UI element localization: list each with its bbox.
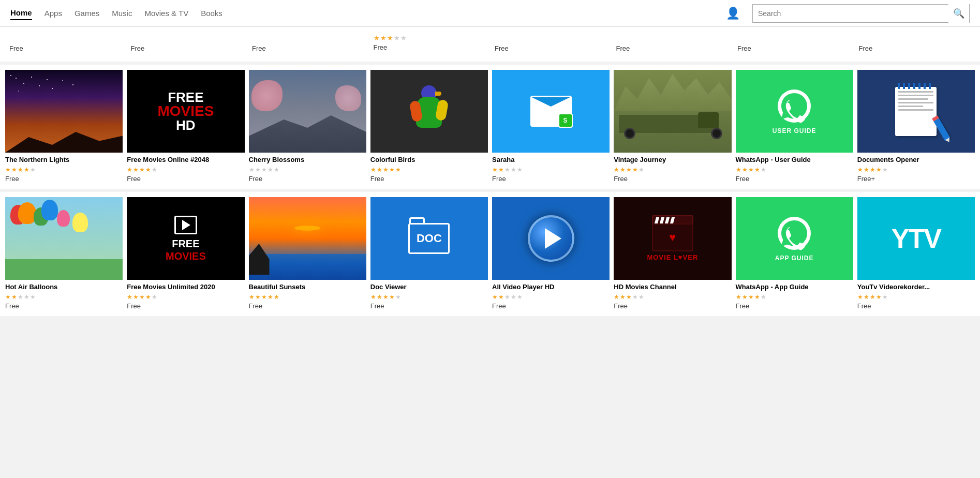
app-price-whatsapp-app: Free [736,302,853,310]
app-price-colorful-birds: Free [370,175,488,183]
app-name-cherry-blossoms: Cherry Blossoms [249,156,366,165]
app-price-documents-opener: Free+ [857,175,975,183]
app-card-youtv[interactable]: YTV YouTv Videorekorder... ★★★★★ Free [857,197,975,310]
nav-movies-tv[interactable]: Movies & TV [144,9,188,18]
top-cell-7: Free [733,31,854,55]
app-stars-saraha: ★★★★★ [492,166,610,173]
nav-home[interactable]: Home [10,6,32,20]
app-price-free-movies-1: Free [127,175,244,183]
app-name-doc-viewer: Doc Viewer [370,283,488,292]
app-price-doc-viewer: Free [370,302,488,310]
app-price-youtv: Free [857,302,975,310]
top-partial-row: Free Free Free ★ ★ ★ ★ ★ Free Free [0,27,980,62]
app-card-hot-air-balloons[interactable]: Hot Air Balloons ★★★★★ Free [5,197,123,310]
app-card-vintage-journey[interactable]: Vintage Journey ★★★★★ Free [614,70,731,183]
app-price-beautiful-sunsets: Free [249,302,366,310]
top-cell-6: Free [612,31,733,55]
app-name-colorful-birds: Colorful Birds [370,156,488,165]
stars-4: ★ ★ ★ ★ ★ [374,34,486,42]
app-price-whatsapp-user: Free [736,175,853,183]
app-price-saraha: Free [492,175,610,183]
nav-books[interactable]: Books [201,9,222,18]
stars-3 [252,34,364,42]
app-stars-whatsapp-user: ★★★★★ [736,166,853,173]
top-cell-2: Free [127,31,247,55]
app-price-vintage-journey: Free [614,175,731,183]
app-card-whatsapp-app[interactable]: APP GUIDE WhatsApp - App Guide ★★★★★ Fre… [736,197,853,310]
app-name-vintage-journey: Vintage Journey [614,156,731,165]
top-cell-1: Free [5,31,126,55]
search-box: 🔍 [752,4,970,23]
app-stars-vintage-journey: ★★★★★ [614,166,731,173]
app-stars-all-video-player: ★★★★★ [492,293,610,301]
app-card-cherry-blossoms[interactable]: Cherry Blossoms ★★★★★ Free [249,70,366,183]
search-input[interactable] [753,9,948,18]
app-stars-colorful-birds: ★★★★★ [370,166,488,173]
app-card-free-movies-2[interactable]: FREE MOVIES Free Movies Unlimited 2020 ★… [127,197,244,310]
app-card-hd-movies[interactable]: ♥ MOVIE L♥VER HD Movies Channel ★★★★★ Fr… [614,197,731,310]
app-price-hot-air-balloons: Free [5,302,123,310]
price-7: Free [737,44,850,52]
app-card-free-movies-1[interactable]: FREE MOVIES HD Free Movies Online #2048 … [127,70,244,183]
app-stars-northern-lights: ★★★★★ [5,166,123,173]
nav-apps[interactable]: Apps [44,9,62,18]
app-stars-hot-air-balloons: ★★★★★ [5,293,123,301]
app-price-free-movies-2: Free [127,302,244,310]
stars-2 [131,34,243,42]
nav-music[interactable]: Music [112,9,132,18]
whatsapp-logo-icon [776,88,812,124]
app-name-free-movies-1: Free Movies Online #2048 [127,156,244,165]
app-stars-free-movies-1: ★★★★★ [127,166,244,173]
app-stars-free-movies-2: ★★★★★ [127,293,244,301]
price-1: Free [9,44,122,52]
price-5: Free [495,44,607,52]
price-4: Free [374,43,486,51]
top-cell-3: Free [248,31,368,55]
app-price-northern-lights: Free [5,175,123,183]
app-price-hd-movies: Free [614,302,731,310]
app-name-all-video-player: All Video Player HD [492,283,610,292]
price-8: Free [859,44,971,52]
app-card-documents-opener[interactable]: Documents Opener ★★★★★ Free+ [857,70,975,183]
app-name-northern-lights: The Northern Lights [5,156,123,165]
app-row-2: Hot Air Balloons ★★★★★ Free FREE MOVIES … [0,192,980,316]
stars-1 [9,34,122,42]
search-button[interactable]: 🔍 [948,4,969,23]
app-card-northern-lights[interactable]: The Northern Lights ★★★★★ Free [5,70,123,183]
price-3: Free [252,44,364,52]
app-stars-hd-movies: ★★★★★ [614,293,731,301]
app-row-1: The Northern Lights ★★★★★ Free FREE MOVI… [0,65,980,189]
app-name-youtv: YouTv Videorekorder... [857,283,975,292]
app-name-documents-opener: Documents Opener [857,156,975,165]
app-card-beautiful-sunsets[interactable]: Beautiful Sunsets ★★★★★ Free [249,197,366,310]
app-card-doc-viewer[interactable]: DOC Doc Viewer ★★★★★ Free [370,197,488,310]
top-cell-8: Free [855,31,975,55]
price-2: Free [131,44,243,52]
app-name-hot-air-balloons: Hot Air Balloons [5,283,123,292]
nav-games[interactable]: Games [75,9,99,18]
app-card-all-video-player[interactable]: All Video Player HD ★★★★★ Free [492,197,610,310]
app-card-saraha[interactable]: S Saraha ★★★★★ Free [492,70,610,183]
app-stars-documents-opener: ★★★★★ [857,166,975,173]
app-price-cherry-blossoms: Free [249,175,366,183]
app-card-whatsapp-user[interactable]: USER GUIDE WhatsApp - User Guide ★★★★★ F… [736,70,853,183]
app-price-all-video-player: Free [492,302,610,310]
whatsapp-app-logo-icon [776,215,812,251]
user-icon[interactable]: 👤 [726,7,740,20]
top-cell-4: ★ ★ ★ ★ ★ Free [369,31,490,55]
top-cell-5: Free [491,31,611,55]
app-stars-cherry-blossoms: ★★★★★ [249,166,366,173]
app-card-colorful-birds[interactable]: Colorful Birds ★★★★★ Free [370,70,488,183]
app-name-beautiful-sunsets: Beautiful Sunsets [249,283,366,292]
app-stars-whatsapp-app: ★★★★★ [736,293,853,301]
app-stars-doc-viewer: ★★★★★ [370,293,488,301]
app-stars-youtv: ★★★★★ [857,293,975,301]
app-name-whatsapp-user: WhatsApp - User Guide [736,156,853,165]
app-name-hd-movies: HD Movies Channel [614,283,731,292]
app-name-free-movies-2: Free Movies Unlimited 2020 [127,283,244,292]
price-6: Free [616,44,729,52]
top-nav: Home Apps Games Music Movies & TV Books … [0,0,980,27]
app-name-saraha: Saraha [492,156,610,165]
app-name-whatsapp-app: WhatsApp - App Guide [736,283,853,292]
app-stars-beautiful-sunsets: ★★★★★ [249,293,366,301]
